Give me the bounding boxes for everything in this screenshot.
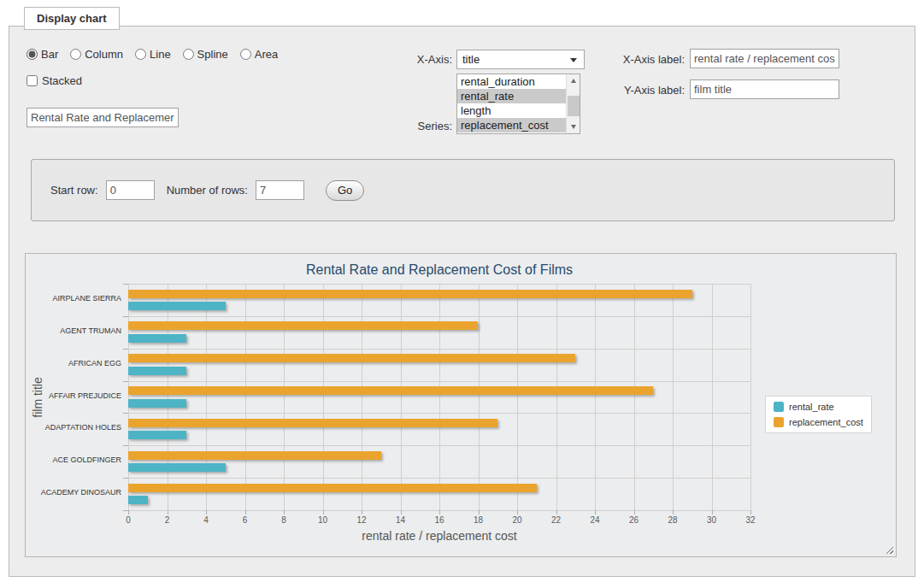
go-button[interactable]: Go [326,180,364,201]
gridline [439,284,440,510]
x-tick-label: 24 [578,515,612,525]
x-tick-label: 4 [189,515,223,525]
bar-replacement_cost [128,290,692,298]
radio-line[interactable]: Line [135,48,171,61]
x-tick-label: 16 [422,515,456,525]
x-tick-label: 10 [306,515,340,525]
radio-bar-label: Bar [41,48,58,61]
y-tick [123,316,128,317]
series-option[interactable]: rental_rate [457,89,566,103]
radio-column-label: Column [85,48,123,61]
gridline [128,381,750,382]
x-axis-select-label: X-Axis: [377,53,452,66]
chevron-down-icon [570,58,577,62]
x-axis-label-label: X-Axis label: [596,53,685,66]
y-tick [123,349,128,350]
x-tick [479,510,480,514]
x-tick-label: 20 [500,515,534,525]
legend-item[interactable]: replacement_cost [774,417,863,427]
radio-spline[interactable]: Spline [183,48,228,61]
scrollbar-up-button[interactable] [567,74,580,87]
gridline [323,284,324,510]
x-tick-label: 0 [111,515,145,525]
x-tick [128,510,129,514]
series-option[interactable]: rental_duration [457,74,566,89]
legend-label: rental_rate [789,402,834,412]
gridline [673,284,674,510]
radio-area[interactable]: Area [240,48,278,61]
gridline [595,284,596,510]
stacked-label: Stacked [42,74,82,87]
gridline [362,284,362,510]
chart-title: Rental Rate and Replacement Cost of Film… [128,262,750,278]
bar-rental_rate [128,399,186,408]
category-label: ADAPTATION HOLES [26,423,121,432]
y-tick [123,413,128,414]
num-rows-label: Number of rows: [167,184,248,197]
x-tick [595,510,596,514]
scrollbar-thumb[interactable] [568,96,580,116]
stacked-checkbox[interactable] [26,75,38,86]
series-option[interactable]: replacement_cost [457,118,566,132]
chart-title-input[interactable] [26,108,179,127]
legend-swatch [774,417,784,427]
gridline [128,284,129,510]
radio-column[interactable]: Column [70,48,123,61]
gridline [128,413,750,414]
category-label: AIRPLANE SIERRA [26,294,121,303]
radio-bar-input[interactable] [26,49,38,60]
gridline [128,316,750,317]
radio-spline-input[interactable] [183,49,194,60]
x-tick-label: 28 [656,515,690,525]
bar-rental_rate [128,496,148,504]
y-axis-label-input[interactable] [690,79,839,99]
x-tick-label: 14 [384,515,418,525]
x-axis-select[interactable]: title [456,50,585,69]
radio-area-input[interactable] [240,49,251,60]
legend-item[interactable]: rental_rate [774,402,863,412]
num-rows-input[interactable] [256,180,304,200]
category-label: AFFAIR PREJUDICE [26,391,121,400]
x-tick-label: 32 [733,515,768,525]
gridline [750,284,751,510]
category-label: AGENT TRUMAN [26,326,121,335]
series-select-label: Series: [377,120,452,132]
bar-rental_rate [128,302,226,310]
x-tick-label: 18 [462,515,496,525]
gridline [517,284,518,510]
plot-area [128,284,750,510]
bar-replacement_cost [128,354,575,362]
radio-column-input[interactable] [70,49,81,60]
scrollbar[interactable] [566,74,580,133]
legend-label: replacement_cost [789,417,863,427]
x-tick [206,510,207,514]
bar-replacement_cost [128,386,653,395]
scrollbar-down-button[interactable] [567,121,580,133]
x-tick-label: 12 [344,515,379,525]
x-tick [245,510,246,514]
resize-handle-icon[interactable] [884,544,893,554]
x-tick [634,510,635,514]
x-tick [362,510,362,514]
x-tick-label: 30 [695,515,729,525]
x-tick [168,510,168,514]
radio-area-label: Area [255,48,278,61]
gridline [128,445,750,446]
x-tick-label: 8 [267,515,301,525]
bar-replacement_cost [128,451,381,460]
radio-bar[interactable]: Bar [26,48,58,61]
series-multiselect[interactable]: rental_durationrental_ratelengthreplacem… [456,73,580,134]
series-option[interactable]: length [457,103,566,118]
x-tick-label: 2 [150,515,185,525]
x-tick [750,510,751,514]
gridline [128,284,750,285]
x-axis-label-input[interactable] [690,49,839,68]
radio-line-input[interactable] [135,49,146,60]
start-row-input[interactable] [106,180,155,200]
stacked-row: Stacked [26,74,82,87]
bar-replacement_cost [128,419,497,427]
radio-spline-label: Spline [197,48,228,61]
gridline [634,284,635,510]
category-label: ACE GOLDFINGER [26,456,121,464]
gridline [712,284,713,510]
